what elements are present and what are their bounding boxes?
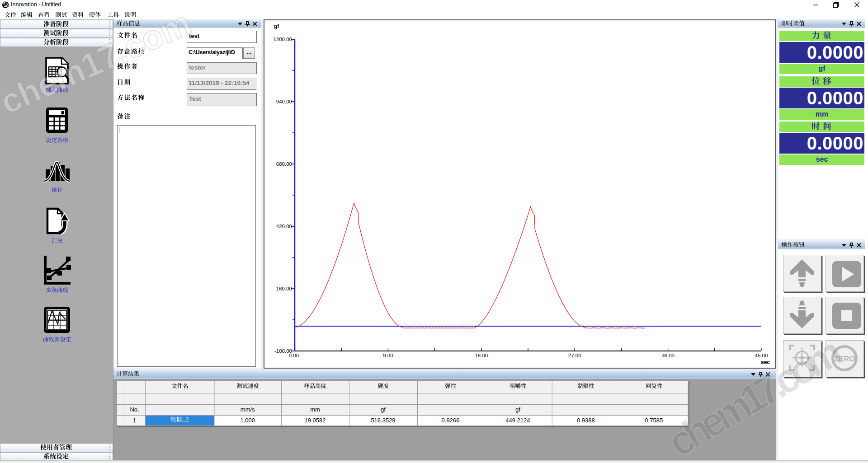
svg-text:ZERO: ZERO: [834, 355, 855, 363]
